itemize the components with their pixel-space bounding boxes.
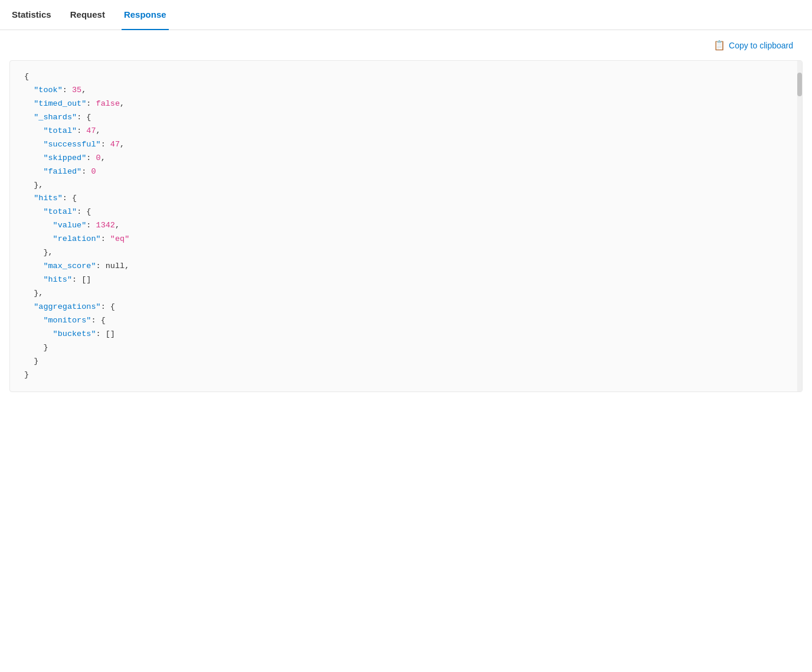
scrollbar-thumb[interactable] bbox=[797, 73, 802, 96]
json-line: "value": 1342, bbox=[24, 219, 788, 233]
json-line: "aggregations": { bbox=[24, 301, 788, 314]
json-line: { bbox=[24, 70, 788, 84]
copy-label: Copy to clipboard bbox=[729, 41, 793, 50]
json-line: "failed": 0 bbox=[24, 165, 788, 179]
json-line: "hits": { bbox=[24, 192, 788, 205]
json-line: } bbox=[24, 341, 788, 355]
json-line: } bbox=[24, 368, 788, 382]
json-line: "buckets": [] bbox=[24, 328, 788, 341]
json-line: "relation": "eq" bbox=[24, 233, 788, 246]
tab-statistics[interactable]: Statistics bbox=[9, 0, 54, 30]
json-line: }, bbox=[24, 179, 788, 193]
scrollbar-track[interactable] bbox=[797, 61, 802, 392]
json-line: "skipped": 0, bbox=[24, 152, 788, 165]
json-line: "timed_out": false, bbox=[24, 97, 788, 111]
json-line: "_shards": { bbox=[24, 111, 788, 125]
tab-response[interactable]: Response bbox=[122, 0, 169, 30]
copy-icon: 📋 bbox=[713, 40, 725, 51]
json-line: "total": { bbox=[24, 205, 788, 219]
toolbar: 📋 Copy to clipboard bbox=[0, 30, 812, 60]
json-line: "monitors": { bbox=[24, 314, 788, 328]
json-line: "took": 35, bbox=[24, 84, 788, 97]
json-line: }, bbox=[24, 287, 788, 301]
json-line: } bbox=[24, 355, 788, 368]
copy-to-clipboard-button[interactable]: 📋 Copy to clipboard bbox=[709, 37, 798, 53]
json-line: "hits": [] bbox=[24, 273, 788, 287]
json-container: { "took": 35, "timed_out": false, "_shar… bbox=[9, 60, 803, 392]
json-line: "max_score": null, bbox=[24, 260, 788, 273]
json-content: { "took": 35, "timed_out": false, "_shar… bbox=[24, 70, 788, 382]
json-line: "successful": 47, bbox=[24, 138, 788, 152]
json-line: "total": 47, bbox=[24, 125, 788, 138]
json-line: }, bbox=[24, 246, 788, 260]
tab-request[interactable]: Request bbox=[68, 0, 107, 30]
tab-bar: Statistics Request Response bbox=[0, 0, 812, 30]
